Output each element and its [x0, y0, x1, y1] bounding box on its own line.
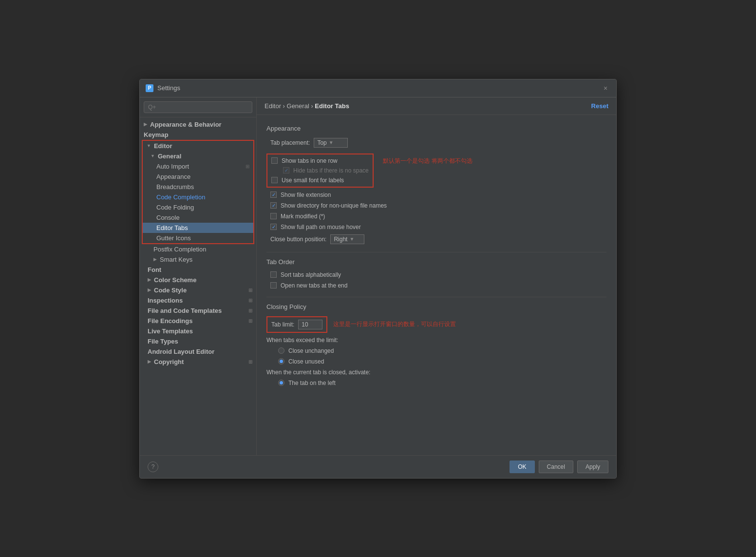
- hide-tabs-no-space-checkbox[interactable]: [283, 167, 289, 173]
- action-buttons: OK Cancel Apply: [510, 461, 608, 473]
- sidebar-item-label: General: [158, 153, 181, 160]
- close-unchanged-radio[interactable]: [278, 347, 284, 354]
- settings-icon: ⊞: [248, 318, 252, 324]
- close-unused-row: Close unused: [266, 358, 606, 365]
- apply-button[interactable]: Apply: [577, 461, 608, 473]
- hide-tabs-no-space-label: Hide tabs if there is no space: [293, 167, 369, 174]
- tab-placement-value: Top: [317, 139, 326, 146]
- sidebar-item-label: Appearance: [156, 173, 190, 180]
- sidebar-item-appearance[interactable]: Appearance: [143, 172, 253, 182]
- appearance-section-title: Appearance: [266, 125, 606, 132]
- bottom-bar: ? OK Cancel Apply: [140, 455, 616, 478]
- show-tabs-one-row-checkbox[interactable]: [271, 157, 278, 164]
- sidebar-item-code-style[interactable]: ▶ Code Style ⊞: [140, 285, 256, 295]
- breadcrumb-part2: General: [287, 102, 309, 110]
- annotation-text-2: 这里是一行显示打开窗口的数量，可以自行设置: [333, 320, 456, 328]
- arrow-icon: ▶: [148, 359, 151, 364]
- content-panel: Editor › General › Editor Tabs Reset App…: [257, 97, 616, 455]
- arrow-icon: ▼: [151, 154, 155, 158]
- sidebar-item-smart-keys[interactable]: ▶ Smart Keys: [140, 254, 256, 265]
- sidebar-item-postfix-completion[interactable]: Postfix Completion: [140, 244, 256, 254]
- closing-policy-section-title: Closing Policy: [266, 303, 606, 310]
- mark-modified-checkbox[interactable]: [270, 213, 277, 219]
- settings-icon: ⊞: [246, 164, 249, 169]
- cancel-button[interactable]: Cancel: [539, 461, 573, 473]
- arrow-icon: ▼: [147, 143, 151, 148]
- sidebar-item-label: Copyright: [154, 358, 184, 365]
- settings-icon: ⊞: [248, 288, 252, 293]
- sidebar-item-auto-import[interactable]: Auto Import ⊞: [143, 161, 253, 172]
- close-button-label: Close button position:: [270, 236, 326, 243]
- annotation-group-1: Show tabs in one row Hide tabs if there …: [266, 154, 374, 188]
- settings-icon: ⊞: [248, 359, 252, 365]
- help-button[interactable]: ?: [148, 461, 158, 472]
- show-file-extension-row: Show file extension: [266, 192, 606, 198]
- use-small-font-row: Use small font for labels: [271, 177, 369, 184]
- open-new-tabs-label: Open new tabs at the end: [281, 282, 347, 289]
- sidebar-item-breadcrumbs[interactable]: Breadcrumbs: [143, 182, 253, 192]
- show-full-path-checkbox[interactable]: [270, 224, 277, 230]
- dropdown-arrow-icon: ▼: [349, 236, 354, 242]
- sidebar-item-general[interactable]: ▼ General: [143, 151, 253, 161]
- sidebar-item-file-code-templates[interactable]: File and Code Templates ⊞: [140, 306, 256, 316]
- sidebar-item-label: Code Completion: [156, 193, 205, 201]
- close-button[interactable]: ×: [601, 83, 610, 93]
- show-file-extension-checkbox[interactable]: [270, 192, 277, 198]
- when-tabs-exceed-row: When tabs exceed the limit:: [266, 337, 606, 344]
- breadcrumb-part1: Editor: [265, 102, 281, 110]
- sort-tabs-label: Sort tabs alphabetically: [281, 271, 341, 278]
- search-box: [140, 97, 256, 117]
- search-input[interactable]: [144, 101, 252, 113]
- tab-limit-input[interactable]: [298, 320, 322, 329]
- tab-placement-row: Tab placement: Top ▼: [266, 138, 606, 148]
- breadcrumb-sep2: ›: [309, 102, 315, 110]
- sidebar-item-code-folding[interactable]: Code Folding: [143, 202, 253, 212]
- sidebar-item-label: Auto Import: [156, 163, 189, 170]
- sidebar-item-label: Gutter Icons: [156, 234, 191, 242]
- sidebar-item-file-types[interactable]: File Types: [140, 336, 256, 346]
- dialog-title: Settings: [157, 84, 180, 92]
- open-new-tabs-row: Open new tabs at the end: [266, 282, 606, 289]
- mark-modified-label: Mark modified (*): [281, 213, 325, 220]
- tab-placement-select[interactable]: Top ▼: [314, 138, 348, 148]
- close-button-select[interactable]: Right ▼: [330, 234, 364, 244]
- reset-button[interactable]: Reset: [591, 102, 608, 110]
- sidebar-item-label: Console: [156, 214, 180, 221]
- close-unused-radio[interactable]: [278, 358, 284, 365]
- sort-tabs-checkbox[interactable]: [270, 271, 277, 278]
- sidebar-item-live-templates[interactable]: Live Templates: [140, 326, 256, 336]
- sidebar-item-editor[interactable]: ▼ Editor: [143, 141, 253, 151]
- sidebar-item-copyright[interactable]: ▶ Copyright ⊞: [140, 357, 256, 367]
- sidebar-item-label: Code Folding: [156, 204, 194, 211]
- content-scroll: Appearance Tab placement: Top ▼ Show tab…: [257, 115, 616, 455]
- sidebar-item-gutter-icons[interactable]: Gutter Icons: [143, 233, 253, 243]
- show-directory-checkbox[interactable]: [270, 202, 277, 209]
- sidebar-item-appearance-behavior[interactable]: ▶ Appearance & Behavior: [140, 119, 256, 130]
- sidebar-item-font[interactable]: Font: [140, 265, 256, 275]
- use-small-font-checkbox[interactable]: [271, 177, 278, 183]
- show-full-path-row: Show full path on mouse hover: [266, 224, 606, 230]
- sidebar-item-inspections[interactable]: Inspections ⊞: [140, 295, 256, 306]
- tab-on-left-radio[interactable]: [278, 380, 284, 386]
- tree: ▶ Appearance & Behavior Keymap ▼ Editor: [140, 117, 256, 455]
- sidebar-item-label: Editor: [154, 142, 172, 150]
- sidebar-item-editor-tabs[interactable]: Editor Tabs: [143, 223, 253, 233]
- sidebar-item-android-layout-editor[interactable]: Android Layout Editor: [140, 346, 256, 357]
- sidebar-item-file-encodings[interactable]: File Encodings ⊞: [140, 316, 256, 326]
- sidebar-item-color-scheme[interactable]: ▶ Color Scheme: [140, 275, 256, 285]
- settings-icon: ⊞: [248, 308, 252, 313]
- open-new-tabs-checkbox[interactable]: [270, 282, 277, 288]
- sidebar-item-keymap[interactable]: Keymap: [140, 130, 256, 140]
- sidebar-red-section: ▼ Editor ▼ General Auto Import ⊞: [142, 140, 254, 244]
- breadcrumb-part3: Editor Tabs: [315, 102, 349, 110]
- arrow-icon: ▶: [148, 277, 151, 282]
- sidebar-item-code-completion[interactable]: Code Completion: [143, 192, 253, 202]
- sidebar-item-label: Font: [148, 266, 161, 273]
- sidebar-item-console[interactable]: Console: [143, 212, 253, 223]
- ok-button[interactable]: OK: [510, 461, 534, 473]
- sidebar-item-label: Appearance & Behavior: [150, 121, 222, 128]
- sidebar-item-label: Inspections: [148, 297, 183, 304]
- close-unchanged-label: Close unchanged: [288, 347, 334, 354]
- dialog-body: ▶ Appearance & Behavior Keymap ▼ Editor: [140, 97, 616, 455]
- sidebar-item-label: File and Code Templates: [148, 307, 222, 314]
